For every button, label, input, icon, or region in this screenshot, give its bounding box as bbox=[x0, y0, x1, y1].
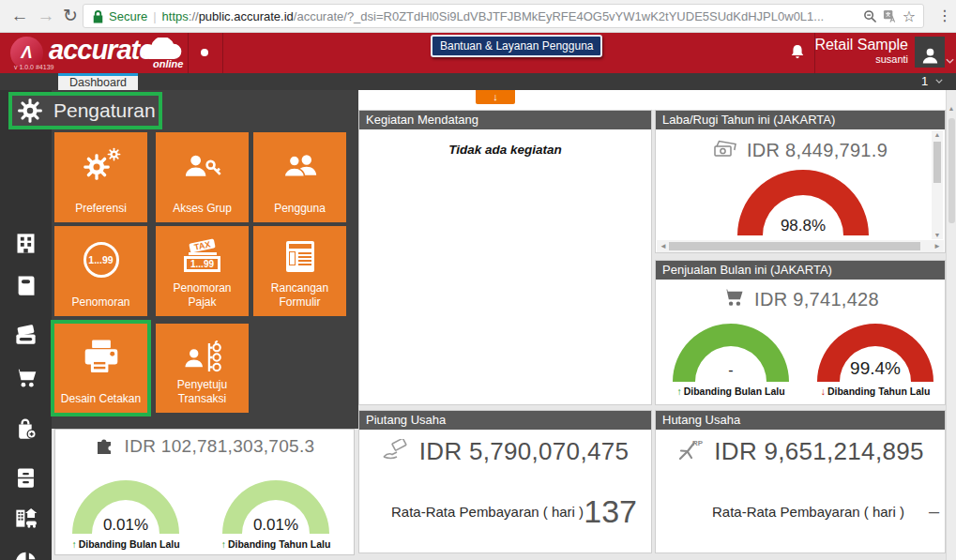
scrollbar-thumb[interactable] bbox=[669, 242, 920, 250]
browser-forward-button[interactable]: → bbox=[34, 4, 58, 28]
users-icon bbox=[253, 144, 346, 189]
panel-title: Penjualan Bulan ini (JAKARTA) bbox=[656, 261, 945, 280]
menu-tile-akses-grup[interactable]: Akses Grup bbox=[156, 132, 249, 222]
up-arrow-icon: ↑ bbox=[676, 386, 681, 397]
scroll-right-icon[interactable]: ► bbox=[933, 240, 941, 252]
gauge-value: 98.8% bbox=[709, 217, 897, 235]
receivable-hand-icon bbox=[382, 439, 410, 465]
sidebar-item-journal book-icon[interactable] bbox=[13, 273, 38, 298]
sidebar-item-assets assets-icon[interactable] bbox=[13, 505, 38, 530]
chevron-down-icon[interactable] bbox=[946, 51, 954, 68]
scroll-down-tab[interactable]: ↓ bbox=[476, 90, 515, 104]
panel-summary: IDR 102,781,303,705.3 0.01% 0.01% ↑Diban… bbox=[54, 429, 355, 555]
gauge-caption: ↑Dibanding Bulan Lalu bbox=[51, 538, 201, 550]
gauge-value: - bbox=[693, 362, 768, 379]
menu-tile-preferensi[interactable]: Preferensi bbox=[54, 132, 147, 222]
panel-title: Hutang Usaha bbox=[656, 411, 945, 430]
bookmark-star-icon[interactable]: ☆ bbox=[903, 8, 916, 25]
menu-title: Pengaturan bbox=[53, 99, 156, 122]
header-separator bbox=[188, 33, 189, 73]
browser-chrome: ← → ↻ Secure | https://public.accurate.i… bbox=[0, 0, 956, 33]
menu-tile-penyetuju-transaksi[interactable]: Penyetuju Transaksi bbox=[156, 324, 249, 413]
url-divider: | bbox=[153, 9, 156, 23]
tax-numbering-icon: TAX 1...99 bbox=[156, 234, 249, 279]
panel-horizontal-scrollbar[interactable]: ◄ ► bbox=[657, 240, 944, 252]
gauge-caption: ↑Dibanding Bulan Lalu bbox=[656, 386, 806, 397]
banknotes-icon bbox=[713, 138, 737, 162]
user-key-icon bbox=[156, 144, 249, 189]
tab-count[interactable]: 1 bbox=[921, 74, 943, 88]
user-info[interactable]: Retail Sample susanti bbox=[809, 37, 908, 66]
panel-laba-rugi: Laba/Rugi Tahun ini (JAKARTA) IDR 8,449,… bbox=[655, 110, 946, 253]
panel-hutang-usaha: Hutang Usaha RP IDR 9,651,214,895 Rata-R… bbox=[655, 410, 946, 553]
brand-name: accurate bbox=[49, 35, 153, 66]
scrollbar-thumb[interactable] bbox=[933, 142, 941, 183]
menu-tile-penomoran-pajak[interactable]: TAX 1...99 Penomoran Pajak bbox=[156, 226, 249, 316]
brand-online-label: online bbox=[153, 58, 183, 69]
panel-piutang-usaha: Piutang Usaha IDR 5,790,070,475 Rata-Rat… bbox=[358, 410, 652, 553]
browser-back-button[interactable]: ← bbox=[8, 4, 32, 28]
menu-header-pengaturan highlight-box[interactable]: Pengaturan bbox=[8, 92, 162, 129]
gauge-value: 0.01% bbox=[88, 516, 163, 535]
sidebar-item-purchase bag-icon[interactable] bbox=[13, 416, 38, 441]
amount-value: IDR 102,781,303,705.3 bbox=[125, 436, 315, 457]
sidebar-item-sales cart-icon[interactable] bbox=[13, 366, 38, 391]
browser-menu-icon[interactable]: ⋮ bbox=[937, 7, 952, 24]
cart-icon bbox=[721, 286, 745, 313]
menu-tile-label: Rancangan Formulir bbox=[256, 281, 343, 310]
down-arrow-icon: ↓ bbox=[821, 386, 826, 397]
company-name: Retail Sample bbox=[809, 37, 908, 53]
menu-tile-label: Desain Cetakan bbox=[57, 392, 144, 406]
zoom-out-icon[interactable] bbox=[863, 9, 877, 23]
scroll-left-icon[interactable]: ◄ bbox=[660, 240, 667, 252]
metric-value: – bbox=[929, 501, 939, 522]
up-arrow-icon: ↑ bbox=[221, 538, 226, 550]
sidebar-item-reports pie-chart-icon[interactable] bbox=[13, 550, 38, 560]
chevron-down-icon bbox=[935, 79, 943, 83]
menu-tile-penomoran[interactable]: 1...99 Penomoran bbox=[54, 226, 147, 316]
menu-tile-label: Penomoran Pajak bbox=[159, 281, 246, 310]
menu-tile-desain-cetakan[interactable]: Desain Cetakan bbox=[54, 324, 147, 413]
browser-reload-button[interactable]: ↻ bbox=[58, 4, 83, 28]
help-tooltip: Bantuan & Layanan Pengguna bbox=[431, 35, 602, 57]
scroll-down-icon[interactable]: ▼ bbox=[932, 232, 943, 238]
sidebar-item-inventory cabinet-icon[interactable] bbox=[13, 465, 38, 491]
tab-bar: Dashboard 1 bbox=[0, 73, 956, 90]
metric-label: Rata-Rata Pembayaran ( hari ) bbox=[391, 504, 584, 520]
translate-icon[interactable] bbox=[883, 9, 897, 23]
form-design-icon bbox=[253, 234, 346, 279]
panel-penjualan: Penjualan Bulan ini (JAKARTA) IDR 9,741,… bbox=[655, 260, 946, 405]
sidebar-item-company building-icon[interactable] bbox=[13, 231, 38, 256]
avatar[interactable] bbox=[915, 37, 945, 68]
notification-bell-icon[interactable] bbox=[788, 42, 807, 63]
scroll-up-icon[interactable]: ▲ bbox=[932, 131, 943, 138]
scrollbar-thumb[interactable] bbox=[948, 118, 955, 223]
menu-tile-label: Preferensi bbox=[57, 202, 144, 216]
header-dot-icon bbox=[201, 49, 208, 56]
gears-icon bbox=[54, 144, 147, 189]
sidebar bbox=[0, 90, 52, 560]
metric-value: 137 bbox=[584, 493, 637, 530]
panel-vertical-scrollbar[interactable]: ▲ ▼ bbox=[932, 130, 943, 239]
approver-icon bbox=[156, 335, 249, 380]
menu-tile-rancangan-formulir[interactable]: Rancangan Formulir bbox=[253, 226, 346, 316]
sidebar-item-cash money-icon[interactable] bbox=[13, 322, 38, 347]
puzzle-icon bbox=[95, 434, 115, 459]
scroll-up-icon[interactable]: ▲ bbox=[947, 105, 956, 112]
browser-url-bar[interactable]: Secure | https://public.accurate.id/accu… bbox=[83, 4, 924, 28]
url-text: https://public.accurate.id/accurate/?_ds… bbox=[162, 9, 857, 23]
gauge-caption: ↑Dibanding Tahun Lalu bbox=[201, 538, 351, 550]
page-scrollbar[interactable]: ▲ bbox=[946, 90, 956, 560]
menu-tile-pengguna[interactable]: Pengguna bbox=[253, 132, 346, 222]
lock-icon bbox=[93, 9, 103, 23]
amount-value: IDR 8,449,791.9 bbox=[747, 140, 888, 161]
menu-tile-label: Akses Grup bbox=[159, 202, 246, 216]
tab-dashboard[interactable]: Dashboard bbox=[58, 73, 138, 90]
secure-label: Secure bbox=[109, 9, 147, 23]
amount-value: IDR 9,651,214,895 bbox=[714, 437, 923, 466]
panel-title: Piutang Usaha bbox=[359, 411, 651, 430]
amount-value: IDR 9,741,428 bbox=[754, 289, 879, 310]
gear-icon bbox=[17, 98, 43, 124]
logo-caret: Λ bbox=[21, 43, 32, 63]
svg-text:RP: RP bbox=[692, 439, 704, 447]
